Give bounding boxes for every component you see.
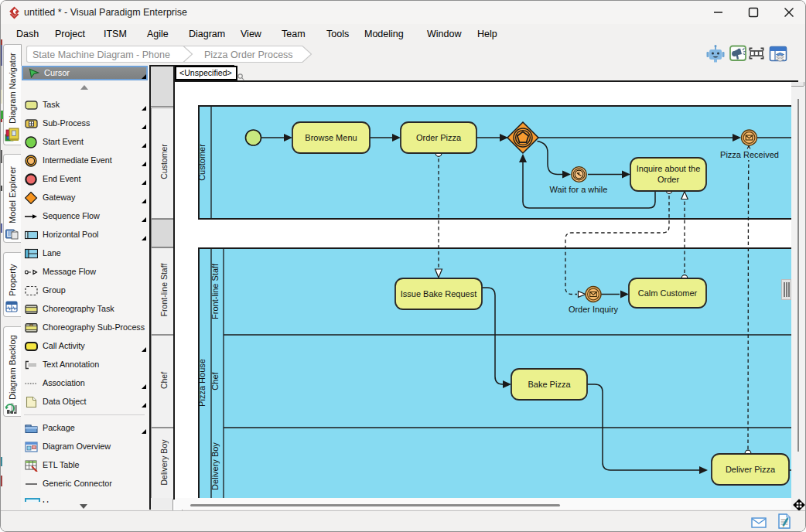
svg-text:Pizza House: Pizza House xyxy=(197,359,207,407)
svg-text:Customer: Customer xyxy=(197,144,207,181)
svg-text:Order Pizza: Order Pizza xyxy=(416,133,462,142)
svg-text:Pizza Received: Pizza Received xyxy=(720,150,779,159)
svg-text:Issue Bake Request: Issue Bake Request xyxy=(401,289,476,298)
svg-text:Wait for a while: Wait for a while xyxy=(550,185,608,194)
svg-text:Delivery Boy: Delivery Boy xyxy=(210,442,220,490)
svg-text:Bake Pizza: Bake Pizza xyxy=(528,380,571,389)
svg-text:Deliver Pizza: Deliver Pizza xyxy=(726,465,776,474)
svg-text:Order: Order xyxy=(657,175,679,184)
svg-text:Calm Customer: Calm Customer xyxy=(638,288,698,298)
svg-text:Inquire about the: Inquire about the xyxy=(637,164,701,173)
svg-text:Browse Menu: Browse Menu xyxy=(305,133,357,142)
svg-text:Pizza Order Process: Pizza Order Process xyxy=(204,49,293,60)
svg-text:State Machine Diagram - Phone: State Machine Diagram - Phone xyxy=(32,49,170,60)
svg-text:Front-line Staff: Front-line Staff xyxy=(210,263,220,319)
svg-text:Order Inquiry: Order Inquiry xyxy=(569,305,619,314)
svg-text:Chef: Chef xyxy=(210,371,220,390)
